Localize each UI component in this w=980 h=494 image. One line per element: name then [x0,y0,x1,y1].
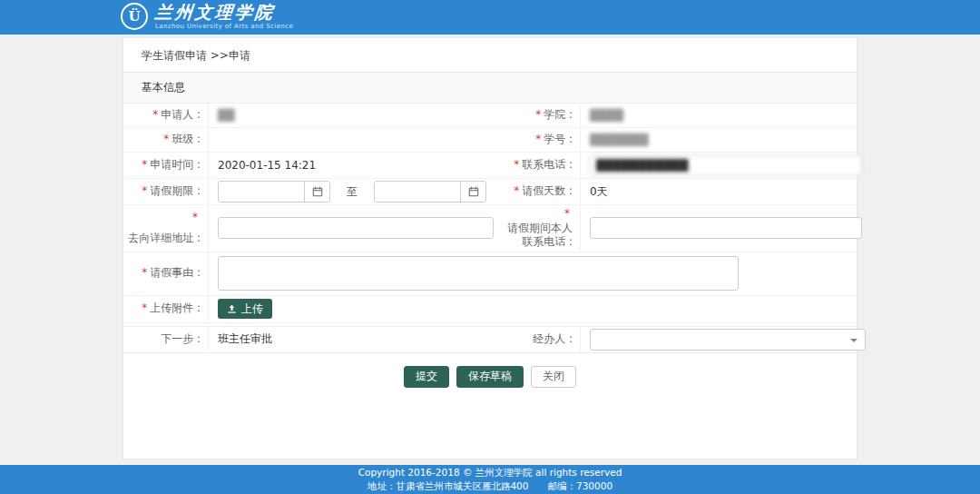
next-step-label: 下一步 : [123,327,209,352]
student-id-value: ███████ [581,128,857,152]
leave-start-date-input[interactable] [219,182,304,202]
breadcrumb: 学生请假申请 >>申请 [123,38,857,73]
reason-textarea[interactable] [218,256,739,291]
applicant-label: * 申请人 : [123,104,209,127]
form-row-period-days: * 请假期限 : [123,179,857,205]
reason-cell [209,252,857,295]
required-asterisk: * [192,211,198,225]
contact-phone-input[interactable] [590,154,862,176]
contact-phone-cell [581,153,866,178]
leave-end-date-input[interactable] [375,182,460,202]
period-to-label: 至 [347,184,358,200]
main-panel: 学生请假申请 >>申请 基本信息 * 申请人 : ██ * 学院 : ████ [122,38,858,459]
required-asterisk: * [152,108,158,123]
required-asterisk: * [535,133,541,147]
apply-time-label: * 申请时间 : [123,153,209,178]
form-row-destination-phone: * 去向详细地址 : * 请假期间本人联系电话 : [123,205,857,252]
save-draft-button[interactable]: 保存草稿 [456,366,524,388]
calendar-icon[interactable] [460,182,485,202]
required-asterisk: * [142,158,147,173]
required-asterisk: * [514,184,519,199]
leave-end-date-group [374,181,486,203]
form-row-nextstep-handler: 下一步 : 班主任审批 经办人 : [123,327,857,353]
required-asterisk: * [142,301,147,316]
handler-select[interactable] [590,329,866,351]
form-row-reason: * 请假事由 : [123,252,857,296]
phone-during-leave-input[interactable] [590,217,862,239]
footer-copyright: Copyright 2016-2018 © 兰州文理学院 all rights … [0,467,980,479]
close-button[interactable]: 关闭 [531,366,576,388]
workflow-table: 下一步 : 班主任审批 经办人 : [123,326,857,353]
college-value: ████ [581,104,857,127]
phone-during-leave-cell [581,205,866,252]
submit-button[interactable]: 提交 [404,366,449,388]
leave-days-label: * 请假天数 : [497,179,581,204]
page-background: 学生请假申请 >>申请 基本信息 * 申请人 : ██ * 学院 : ████ [0,38,980,459]
applicant-value: ██ [209,104,497,127]
calendar-icon[interactable] [304,182,329,202]
college-label: * 学院 : [497,104,581,127]
section-title-basic-info: 基本信息 [123,73,857,104]
page-footer: Copyright 2016-2018 © 兰州文理学院 all rights … [0,465,980,494]
attachment-cell: 上传 [209,296,857,322]
footer-address: 地址：甘肃省兰州市城关区雁北路400 邮编：730000 [0,480,980,492]
university-logo: Ü 兰州文理学院 Lanzhou University of Arts and … [121,3,293,30]
leave-application-form: * 申请人 : ██ * 学院 : ████ * 班级 : [123,104,857,323]
leave-start-date-group [218,181,330,203]
class-label: * 班级 : [123,128,209,152]
form-row-class-studentid: * 班级 : * 学号 : ███████ [123,128,857,153]
required-asterisk: * [564,207,570,222]
required-asterisk: * [514,158,519,173]
top-header-bar: Ü 兰州文理学院 Lanzhou University of Arts and … [0,0,980,35]
upload-icon [227,304,237,314]
required-asterisk: * [142,184,147,199]
leave-period-cell: 至 [209,179,497,204]
form-actions: 提交 保存草稿 关闭 [123,366,857,388]
required-asterisk: * [163,133,169,147]
destination-cell [209,205,497,252]
form-row-time-phone: * 申请时间 : 2020-01-15 14:21 * 联系电话 : [123,153,857,179]
attachment-label: * 上传附件 : [123,296,209,322]
handler-cell [581,327,869,352]
form-row-attachment: * 上传附件 : 上传 [123,296,857,323]
apply-time-value: 2020-01-15 14:21 [209,153,497,178]
form-row-applicant-college: * 申请人 : ██ * 学院 : ████ [123,104,857,128]
phone-during-leave-label: * 请假期间本人联系电话 : [497,205,581,252]
required-asterisk: * [535,108,541,123]
handler-label: 经办人 : [497,327,581,352]
university-name-cn: 兰州文理学院 [154,4,294,21]
university-name-en: Lanzhou University of Arts and Science [155,24,293,30]
destination-input[interactable] [218,217,494,239]
upload-button[interactable]: 上传 [218,299,272,319]
leave-period-label: * 请假期限 : [123,179,209,204]
leave-days-value: 0天 [581,179,857,204]
class-value [209,128,497,152]
next-step-value: 班主任审批 [209,327,497,352]
reason-label: * 请假事由 : [123,252,209,295]
required-asterisk: * [142,266,147,281]
contact-phone-label: * 联系电话 : [497,153,581,178]
destination-label: * 去向详细地址 : [123,205,209,252]
chevron-down-icon [850,339,858,342]
university-emblem-icon: Ü [121,3,148,30]
student-id-label: * 学号 : [497,128,581,152]
